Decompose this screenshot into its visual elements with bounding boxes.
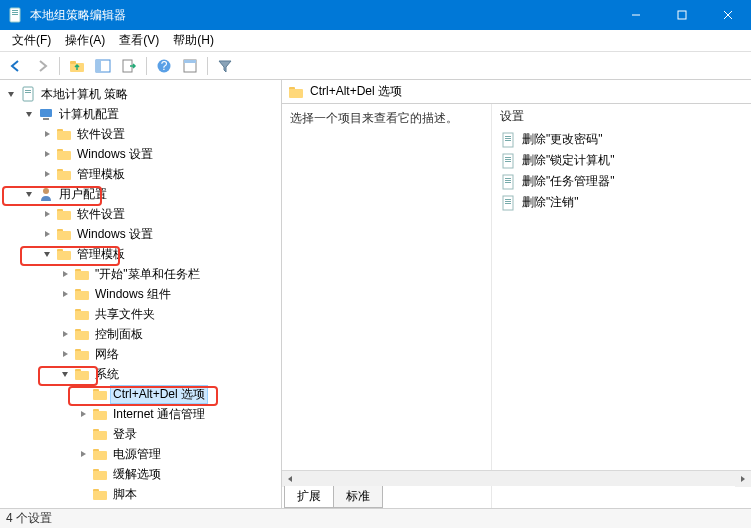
tree-label: 本地计算机 策略 xyxy=(38,85,131,104)
filter-button[interactable] xyxy=(213,54,237,78)
svg-rect-60 xyxy=(289,89,303,98)
folder-icon xyxy=(56,206,72,222)
tree-label: Windows 组件 xyxy=(92,285,174,304)
chevron-down-icon[interactable] xyxy=(58,367,72,381)
folder-icon xyxy=(56,146,72,162)
list-item[interactable]: 删除"更改密码" xyxy=(492,129,751,150)
tree-pane[interactable]: 本地计算机 策略 计算机配置 软件设置 Windows 设置 xyxy=(0,80,282,508)
policy-tree[interactable]: 本地计算机 策略 计算机配置 软件设置 Windows 设置 xyxy=(2,84,279,504)
svg-rect-67 xyxy=(505,159,511,160)
svg-rect-42 xyxy=(75,331,89,340)
tree-mitigation[interactable]: 缓解选项 xyxy=(74,464,166,484)
tree-control-panel[interactable]: 控制面板 xyxy=(56,324,148,344)
chevron-right-icon[interactable] xyxy=(58,287,72,301)
chevron-right-icon[interactable] xyxy=(40,227,54,241)
tree-ctrlaltdel[interactable]: Ctrl+Alt+Del 选项 xyxy=(74,384,210,404)
svg-rect-52 xyxy=(93,431,107,440)
tree-win-components[interactable]: Windows 组件 xyxy=(56,284,176,304)
tree-label: 电源管理 xyxy=(110,445,164,464)
export-list-button[interactable] xyxy=(117,54,141,78)
chevron-down-icon[interactable] xyxy=(22,107,36,121)
tree-logon[interactable]: 登录 xyxy=(74,424,142,444)
chevron-right-icon[interactable] xyxy=(40,207,54,221)
svg-rect-2 xyxy=(12,12,18,13)
chevron-right-icon[interactable] xyxy=(40,147,54,161)
close-button[interactable] xyxy=(705,0,751,30)
svg-rect-63 xyxy=(505,138,511,139)
list-item-label: 删除"锁定计算机" xyxy=(522,152,615,169)
forward-button[interactable] xyxy=(30,54,54,78)
policy-icon xyxy=(500,174,516,190)
tree-start-taskbar[interactable]: "开始"菜单和任务栏 xyxy=(56,264,205,284)
tree-label: 用户配置 xyxy=(56,185,110,204)
properties-button[interactable] xyxy=(178,54,202,78)
horizontal-scrollbar[interactable] xyxy=(282,470,751,486)
list-item[interactable]: 删除"锁定计算机" xyxy=(492,150,751,171)
list-item-label: 删除"更改密码" xyxy=(522,131,603,148)
folder-icon xyxy=(56,126,72,142)
svg-rect-74 xyxy=(505,199,511,200)
tab-standard[interactable]: 标准 xyxy=(333,486,383,508)
tree-label: Windows 设置 xyxy=(74,225,156,244)
folder-icon xyxy=(92,466,108,482)
tree-computer-config[interactable]: 计算机配置 xyxy=(20,104,124,124)
scrollbar-track[interactable] xyxy=(298,471,735,486)
maximize-button[interactable] xyxy=(659,0,705,30)
tree-uc-software[interactable]: 软件设置 xyxy=(38,204,130,224)
chevron-right-icon[interactable] xyxy=(58,267,72,281)
back-button[interactable] xyxy=(4,54,28,78)
chevron-down-icon[interactable] xyxy=(40,247,54,261)
tree-root[interactable]: 本地计算机 策略 xyxy=(2,84,133,104)
minimize-button[interactable] xyxy=(613,0,659,30)
description-text: 选择一个项目来查看它的描述。 xyxy=(290,111,458,125)
tree-cc-software[interactable]: 软件设置 xyxy=(38,124,130,144)
tree-system[interactable]: 系统 xyxy=(56,364,124,384)
list-item[interactable]: 删除"注销" xyxy=(492,192,751,213)
menu-view[interactable]: 查看(V) xyxy=(113,30,165,51)
tree-scripts[interactable]: 脚本 xyxy=(74,484,142,504)
tree-user-config[interactable]: 用户配置 xyxy=(20,184,112,204)
svg-rect-64 xyxy=(505,140,511,141)
tree-cc-admin[interactable]: 管理模板 xyxy=(38,164,130,184)
folder-icon xyxy=(74,346,90,362)
svg-rect-56 xyxy=(93,471,107,480)
svg-rect-70 xyxy=(505,178,511,179)
tab-extended[interactable]: 扩展 xyxy=(284,486,334,508)
tree-power[interactable]: 电源管理 xyxy=(74,444,166,464)
chevron-right-icon[interactable] xyxy=(76,407,90,421)
column-header-setting[interactable]: 设置 xyxy=(492,104,751,129)
menu-help[interactable]: 帮助(H) xyxy=(167,30,220,51)
list-item[interactable]: 删除"任务管理器" xyxy=(492,171,751,192)
scroll-left-button[interactable] xyxy=(282,471,298,487)
tree-label: 管理模板 xyxy=(74,165,128,184)
svg-rect-40 xyxy=(75,311,89,320)
chevron-right-icon[interactable] xyxy=(40,127,54,141)
chevron-down-icon[interactable] xyxy=(22,187,36,201)
help-button[interactable]: ? xyxy=(152,54,176,78)
svg-rect-48 xyxy=(93,391,107,400)
folder-icon xyxy=(74,366,90,382)
svg-rect-9 xyxy=(70,61,76,64)
menu-action[interactable]: 操作(A) xyxy=(59,30,111,51)
up-button[interactable] xyxy=(65,54,89,78)
tree-uc-windows[interactable]: Windows 设置 xyxy=(38,224,158,244)
scroll-right-button[interactable] xyxy=(735,471,751,487)
show-hide-tree-button[interactable] xyxy=(91,54,115,78)
tree-internet-comm[interactable]: Internet 通信管理 xyxy=(74,404,210,424)
folder-icon xyxy=(92,446,108,462)
tree-uc-admin[interactable]: 管理模板 xyxy=(38,244,130,264)
tree-label: 软件设置 xyxy=(74,125,128,144)
svg-rect-16 xyxy=(184,60,196,63)
settings-list[interactable]: 设置 删除"更改密码" 删除"锁定计算机" 删除"任务管理器" 删除"注销" xyxy=(492,104,751,508)
tree-cc-windows[interactable]: Windows 设置 xyxy=(38,144,158,164)
chevron-right-icon[interactable] xyxy=(76,447,90,461)
computer-icon xyxy=(38,106,54,122)
tree-network[interactable]: 网络 xyxy=(56,344,124,364)
folder-icon xyxy=(92,386,108,402)
chevron-right-icon[interactable] xyxy=(58,327,72,341)
menu-file[interactable]: 文件(F) xyxy=(6,30,57,51)
chevron-right-icon[interactable] xyxy=(58,347,72,361)
chevron-down-icon[interactable] xyxy=(4,87,18,101)
tree-shared-folders[interactable]: 共享文件夹 xyxy=(56,304,160,324)
chevron-right-icon[interactable] xyxy=(40,167,54,181)
